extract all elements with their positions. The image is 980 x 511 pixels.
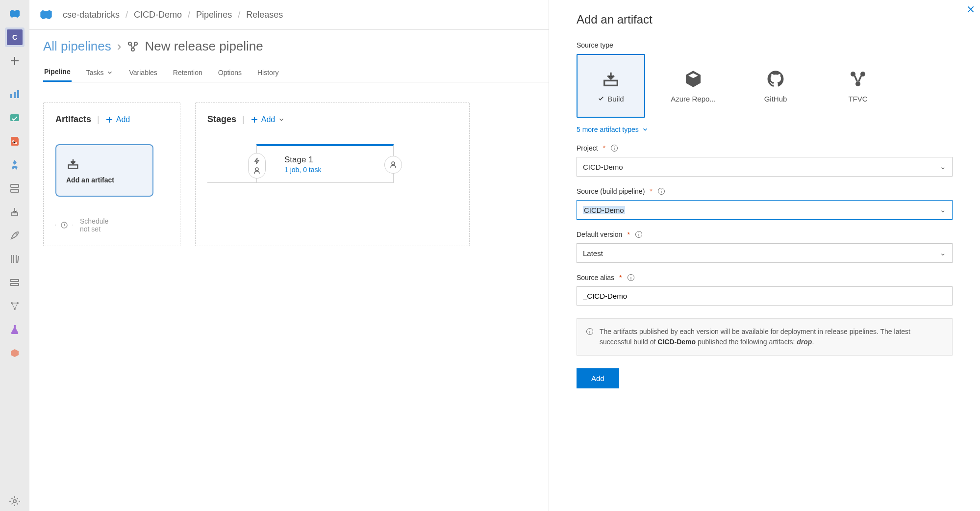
info-icon	[586, 328, 594, 335]
tasks-icon	[9, 277, 21, 288]
nav-pipelines[interactable]	[5, 155, 25, 175]
library-icon	[9, 253, 21, 265]
nav-environments[interactable]	[5, 179, 25, 198]
person-icon	[253, 167, 261, 175]
pre-deploy-conditions[interactable]	[248, 153, 266, 179]
all-pipelines-link[interactable]: All pipelines	[43, 39, 111, 54]
github-icon	[766, 69, 785, 89]
crumb-pipelines[interactable]: Pipelines	[196, 10, 232, 20]
artifacts-heading: Artifacts	[55, 114, 91, 125]
source-type-github[interactable]: GitHub	[741, 54, 810, 118]
close-icon	[966, 5, 975, 14]
source-type-azure-repos[interactable]: Azure Repo...	[659, 54, 728, 118]
post-deploy-conditions[interactable]	[384, 156, 402, 174]
rocket2-icon	[9, 230, 21, 241]
crumb-org[interactable]: cse-databricks	[63, 10, 120, 20]
nav-taskgroups[interactable]	[5, 273, 25, 292]
pipeline-icon	[127, 41, 139, 52]
nav-overview[interactable]	[5, 84, 25, 104]
tab-pipeline[interactable]: Pipeline	[43, 63, 72, 82]
tab-options[interactable]: Options	[217, 63, 243, 82]
svg-rect-7	[11, 189, 19, 192]
repo-icon	[9, 135, 21, 147]
alias-input[interactable]	[577, 286, 953, 306]
nav-library[interactable]	[5, 249, 25, 269]
crumb-releases[interactable]: Releases	[246, 10, 283, 20]
info-icon[interactable]	[610, 144, 618, 152]
svg-rect-1	[14, 92, 16, 98]
add-artifact-panel: Add an artifact Source type Build Azure …	[549, 0, 980, 511]
chevron-right-icon: ›	[117, 39, 122, 54]
nav-boards[interactable]	[5, 108, 25, 128]
add-stage-link[interactable]: Add	[251, 115, 285, 124]
stage-card[interactable]: Stage 1 1 job, 0 task	[256, 144, 394, 183]
devops-logo[interactable]	[5, 4, 25, 24]
plus-icon	[105, 116, 113, 124]
nav-testplans[interactable]	[5, 320, 25, 339]
nav-new[interactable]	[5, 51, 25, 71]
svg-rect-6	[11, 184, 19, 187]
devops-icon	[39, 8, 53, 22]
source-type-label: Source type	[577, 41, 953, 49]
project-avatar[interactable]: C	[5, 27, 25, 47]
tfvc-icon	[848, 69, 868, 89]
clock-icon	[60, 221, 68, 229]
crumb-project[interactable]: CICD-Demo	[134, 10, 182, 20]
close-button[interactable]	[966, 5, 975, 15]
svg-point-15	[13, 500, 16, 503]
trigger-icon	[253, 157, 261, 165]
svg-point-9	[16, 233, 17, 235]
azure-repo-icon	[683, 69, 703, 89]
info-icon[interactable]	[657, 187, 665, 195]
stage-tasks-link[interactable]: 1 job, 0 task	[284, 166, 383, 174]
svg-point-18	[131, 48, 134, 51]
package-icon	[9, 347, 21, 359]
flask-icon	[9, 324, 21, 335]
add-artifact-link[interactable]: Add	[105, 115, 130, 124]
info-icon[interactable]	[627, 274, 635, 281]
version-label: Default version	[577, 230, 622, 238]
svg-point-22	[392, 162, 395, 165]
add-button[interactable]: Add	[577, 368, 619, 388]
gear-icon	[9, 495, 21, 507]
build-icon	[66, 157, 80, 171]
more-artifact-types[interactable]: 5 more artifact types	[577, 126, 953, 133]
source-type-tfvc[interactable]: TFVC	[824, 54, 892, 118]
server-icon	[9, 182, 21, 194]
version-select[interactable]: Latest⌄	[577, 243, 953, 263]
nav-launch[interactable]	[5, 226, 25, 245]
rocket-icon	[9, 159, 21, 171]
chart-icon	[9, 88, 21, 100]
svg-rect-2	[17, 90, 19, 98]
add-artifact-card[interactable]: Add an artifact	[55, 144, 153, 197]
project-label: Project	[577, 144, 598, 152]
devops-icon	[9, 8, 21, 20]
svg-rect-0	[10, 94, 12, 98]
source-type-build[interactable]: Build	[577, 54, 645, 118]
project-select[interactable]: CICD-Demo⌄	[577, 157, 953, 177]
svg-rect-19	[69, 165, 78, 168]
nav-artifacts[interactable]	[5, 343, 25, 363]
schedule-row[interactable]: Schedule not set	[55, 216, 168, 234]
source-select[interactable]: CICD-Demo⌄	[577, 200, 953, 220]
nav-releases[interactable]	[5, 202, 25, 222]
source-label: Source (build pipeline)	[577, 187, 645, 195]
alias-label: Source alias	[577, 274, 614, 281]
info-icon[interactable]	[635, 230, 643, 238]
stages-panel: Stages | Add Stage 1 1 job, 0 task	[195, 102, 470, 246]
left-sidebar: C	[0, 0, 29, 511]
nav-repos[interactable]	[5, 131, 25, 151]
tab-tasks[interactable]: Tasks	[85, 63, 115, 82]
person-icon	[389, 161, 397, 169]
tab-history[interactable]: History	[256, 63, 280, 82]
nav-deploymentgroups[interactable]	[5, 296, 25, 316]
stages-heading: Stages	[207, 114, 236, 125]
tab-variables[interactable]: Variables	[128, 63, 158, 82]
tab-retention[interactable]: Retention	[172, 63, 203, 82]
nav-settings[interactable]	[5, 491, 25, 511]
plus-icon	[251, 116, 258, 124]
artifacts-panel: Artifacts | Add Add an artifact Schedule…	[43, 102, 180, 246]
svg-point-21	[255, 168, 258, 171]
chevron-down-icon	[642, 126, 649, 133]
nodes-icon	[9, 300, 21, 312]
